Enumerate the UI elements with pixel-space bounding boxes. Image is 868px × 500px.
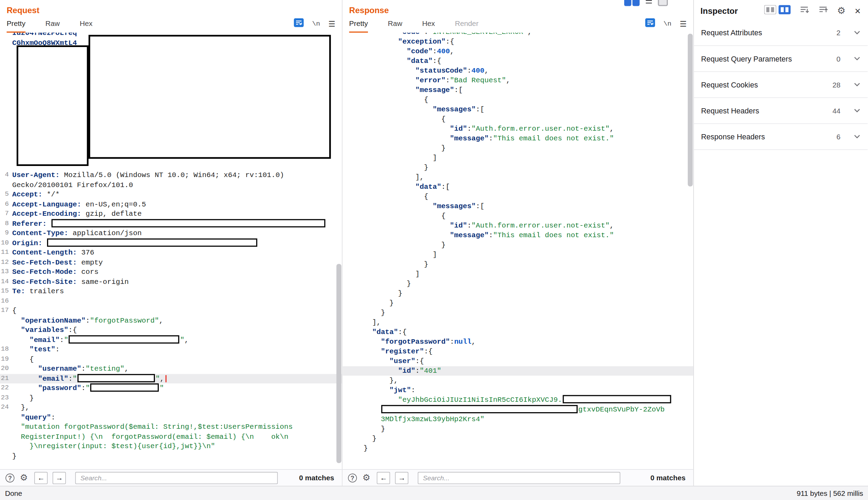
section-label: Request Query Parameters [701,55,792,63]
view-toggle-group [764,5,791,17]
redaction-box [91,383,159,392]
tab-hex[interactable]: Hex [422,19,435,33]
line-number: 11 [0,248,12,258]
code-line: "user":{ [342,356,693,366]
inspector-section-response-headers[interactable]: Response Headers6 [694,124,867,150]
redaction-box [69,335,179,343]
tab-pretty[interactable]: Pretty [349,19,368,33]
code-line: 14Sec-Fetch-Site: same-origin [0,277,342,287]
code-line: "message":"This email does not exist." [342,230,693,240]
chevron-down-icon[interactable] [854,135,860,139]
tab-hex[interactable]: Hex [80,19,92,33]
code-line: "jwt": [342,385,693,395]
redaction-box [52,219,325,227]
code-line-content: "message":"This email does not exist." [342,230,614,240]
close-icon[interactable]: ✕ [855,7,861,15]
request-panel-title: Request [0,0,342,16]
code-line: 22 "password":"" [0,383,342,393]
previous-match-button[interactable]: ← [35,472,48,484]
code-line-content: Accept: */* [12,190,59,200]
tab-raw[interactable]: Raw [388,19,403,33]
inspector-settings-icon[interactable]: ⚙ [837,6,846,16]
code-line-content: { [342,211,445,221]
search-input[interactable] [418,472,621,484]
inspector-section-request-attributes[interactable]: Request Attributes2 [694,20,867,46]
code-line-content: "user":{ [342,356,424,366]
panel-menu-icon[interactable]: ☰ [329,20,335,28]
code-line-content: } [342,434,376,443]
code-line-content: 3MDlfjx3mzwL39ybHp2Krs4" [342,414,484,424]
redaction-box [77,374,155,382]
word-wrap-icon[interactable] [294,18,304,29]
code-line: } [342,434,693,443]
code-line-content: { [12,306,17,316]
menu-icon[interactable]: ☰ [645,0,653,6]
newline-toggle[interactable]: \n [312,20,320,28]
line-number: 19 [0,354,12,364]
panel-menu-icon[interactable]: ☰ [680,20,687,28]
code-line-content: } [342,298,394,308]
code-line: "id":"Auth.form.error.user.not-exist", [342,124,693,133]
response-panel: Response PrettyRawHexRender \n ☰ "code":… [342,0,694,486]
single-view-icon[interactable] [658,0,668,6]
code-line-content: } [342,288,402,298]
redaction-box [381,405,578,413]
help-icon[interactable]: ? [6,473,15,482]
next-match-button[interactable]: → [53,472,66,484]
code-line: } [342,279,693,288]
code-line: "id":"401" [342,366,693,376]
line-number [0,180,12,190]
next-match-button[interactable]: → [395,472,408,484]
newline-toggle[interactable]: \n [663,20,671,28]
inspector-section-request-cookies[interactable]: Request Cookies28 [694,72,867,98]
settings-icon[interactable]: ⚙ [362,473,370,482]
line-number: 7 [0,209,12,219]
code-line-content: { [12,354,34,364]
status-text: Done [5,489,22,497]
request-code-area[interactable]: Iuz04fNezPoLfeqCGhxmOoQ8WXmtL44User-Agen… [0,33,342,469]
code-line-content: } [342,424,385,434]
collapse-all-icon[interactable] [800,5,810,16]
code-line-content: "operationName":"forgotPassword", [12,316,163,325]
chevron-down-icon[interactable] [854,56,860,61]
chevron-down-icon[interactable] [854,109,860,113]
help-icon[interactable]: ? [348,473,357,482]
code-line-content: } [342,163,428,172]
code-line-content: User-Agent: Mozilla/5.0 (Windows NT 10.0… [12,170,284,180]
settings-icon[interactable]: ⚙ [20,473,28,482]
previous-match-button[interactable]: ← [377,472,390,484]
inspector-section-request-query-parameters[interactable]: Request Query Parameters0 [694,46,867,72]
layout-toggle-group: ☰ [624,0,668,6]
split-view-icon[interactable] [624,0,640,6]
search-input[interactable] [75,472,278,484]
code-line-content: Gecko/20100101 Firefox/101.0 [12,180,133,190]
code-line: "id":"Auth.form.error.user.not-exist", [342,221,693,230]
chevron-down-icon[interactable] [854,30,860,35]
code-line: "data":[ [342,182,693,192]
code-line-content: ] [342,269,419,279]
tab-render[interactable]: Render [455,19,478,33]
code-line-content: "register":{ [342,346,433,356]
word-wrap-icon[interactable] [645,18,655,29]
inspector-section-request-headers[interactable]: Request Headers44 [694,98,867,124]
code-line: "forgotPassword":null, [342,337,693,346]
code-line: 6Accept-Language: en-US,en;q=0.5 [0,200,342,209]
code-line-content: { [342,114,445,124]
text-cursor [165,375,166,382]
code-line: { [342,114,693,124]
chevron-down-icon[interactable] [854,82,860,87]
split-view-active-icon[interactable] [778,5,791,17]
code-line: } [342,288,693,298]
tab-raw[interactable]: Raw [45,19,60,33]
response-code-area[interactable]: "code":"INTERNAL_SERVER_ERROR", "excepti… [342,33,693,469]
code-line-content: } [342,143,445,153]
expand-all-icon[interactable] [818,5,828,16]
request-scrollbar[interactable] [336,264,341,463]
columns-view-icon[interactable] [764,5,776,17]
line-number: 9 [0,229,12,238]
response-scrollbar[interactable] [688,34,693,187]
code-line: 3MDlfjx3mzwL39ybHp2Krs4" [342,414,693,424]
line-number [0,451,12,461]
tab-pretty[interactable]: Pretty [7,19,25,33]
code-line: "query": [0,413,342,422]
